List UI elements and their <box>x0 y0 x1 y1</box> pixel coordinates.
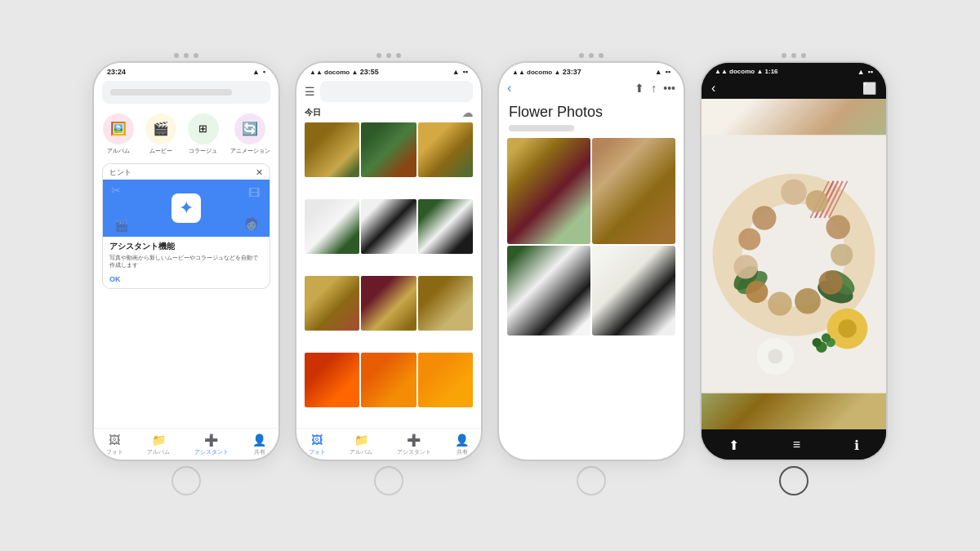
nav-album-2[interactable]: 📁 アルバム <box>350 433 372 456</box>
nav-photo-2[interactable]: 🖼 フォト <box>309 433 326 456</box>
phone-2-dots <box>295 53 483 58</box>
photo-cell-1[interactable] <box>305 122 359 177</box>
cast-icon[interactable]: ⬜ <box>862 82 876 95</box>
phone-1-home[interactable] <box>172 466 201 495</box>
phone-3-frame: ▲▲ docomo ▲ 23:37 ▲ ▪▪ ‹ ⬆ ↑ ••• Flower … <box>497 61 685 461</box>
phone-2-home[interactable] <box>374 466 403 495</box>
assistant-nav-label: アシスタント <box>194 448 229 456</box>
album-label: アルバム <box>107 147 130 155</box>
p3-photo-4[interactable] <box>592 246 675 335</box>
phone-2-bottom-nav: 🖼 フォト 📁 アルバム ➕ アシスタント 👤 共有 <box>296 428 481 460</box>
album-nav-label-2: アルバム <box>350 448 372 456</box>
photo-nav-icon-2: 🖼 <box>311 433 323 447</box>
phone-4-home[interactable] <box>779 466 808 495</box>
phone-4-clock: 1:16 <box>765 68 778 75</box>
phone-1-bottom-nav: 🖼 フォト 📁 アルバム ➕ アシスタント 👤 共有 <box>94 428 278 460</box>
movie-icon-item[interactable]: 🎬 ムービー <box>145 113 176 155</box>
photo-cell-11[interactable] <box>361 353 416 407</box>
back-button-4[interactable]: ‹ <box>711 81 715 96</box>
svg-point-19 <box>734 255 758 278</box>
phone-4-statusbar: ▲▲ docomo ▲ 1:16 ▲ ▪▪ <box>702 63 886 78</box>
hint-body: アシスタント機能 写真や動画から新しいムービーやコラージュなどを自動で作成します <box>103 237 270 272</box>
battery-icon-3: ▪▪ <box>666 68 670 76</box>
phone-2-search-box[interactable] <box>320 81 473 102</box>
svg-point-18 <box>746 280 768 302</box>
phone-1: 23:24 ▲ ▪ 🖼️ アルバム 🎬 ムービー <box>92 53 280 499</box>
sliders-icon[interactable]: ≡ <box>793 438 800 452</box>
phone-3-dots <box>497 53 685 58</box>
photo-cell-4[interactable] <box>305 199 359 254</box>
info-icon[interactable]: ℹ <box>854 438 859 453</box>
phone-3-home[interactable] <box>577 466 606 495</box>
photo-cell-8[interactable] <box>361 276 416 331</box>
battery-icon: ▪ <box>263 68 265 76</box>
cloud-icon[interactable]: ☁ <box>462 107 473 119</box>
phone-3-statusbar: ▲▲ docomo ▲ 23:37 ▲ ▪▪ <box>499 63 684 78</box>
photo-cell-7[interactable] <box>305 276 359 331</box>
nav-assistant-2[interactable]: ➕ アシスタント <box>397 433 431 456</box>
phones-container: 23:24 ▲ ▪ 🖼️ アルバム 🎬 ムービー <box>76 37 904 515</box>
share-nav-icon-2: 👤 <box>455 433 469 447</box>
p3-photo-1[interactable] <box>507 138 590 244</box>
nav-album[interactable]: 📁 アルバム <box>147 433 170 456</box>
hint-star-icon: ✦ <box>172 193 201 223</box>
collage-icon-item[interactable]: ⊞ コラージュ <box>188 113 219 155</box>
nav-photo[interactable]: 🖼 フォト <box>106 433 123 456</box>
photo-cell-9[interactable] <box>418 276 473 331</box>
photo-cell-3[interactable] <box>418 122 473 177</box>
phone-1-statusbar: 23:24 ▲ ▪ <box>94 63 278 78</box>
photo-cell-5[interactable] <box>361 199 416 254</box>
share-nav-label-2: 共有 <box>457 448 468 456</box>
share-bottom-icon[interactable]: ⬆ <box>728 438 739 453</box>
phone-3-nav-icons: ⬆ ↑ ••• <box>635 82 675 95</box>
phone-1-status-right: ▲ ▪ <box>252 68 265 76</box>
phone-2-clock: 23:55 <box>360 68 379 76</box>
p3-photo-2[interactable] <box>592 138 675 244</box>
svg-point-23 <box>838 319 857 338</box>
phone-3-album-grid <box>499 138 684 335</box>
phone-2-frame: ▲▲ docomo ▲ 23:55 ▲ ▪▪ ☰ 今日 ☁ <box>295 61 483 461</box>
hint-header: ヒント ✕ <box>103 164 270 180</box>
album-nav-icon: 📁 <box>152 433 166 447</box>
back-button-3[interactable]: ‹ <box>507 81 511 96</box>
photo-cell-6[interactable] <box>418 199 473 254</box>
phone-4: ▲▲ docomo ▲ 1:16 ▲ ▪▪ ‹ ⬜ <box>700 53 888 499</box>
svg-point-29 <box>822 333 831 342</box>
wifi-icon-2: ▲ <box>452 68 460 76</box>
p3-photo-3[interactable] <box>507 246 590 335</box>
phone-1-time: 23:24 <box>107 68 126 76</box>
phone-2-time: ▲▲ docomo ▲ 23:55 <box>310 68 379 76</box>
phone-4-frame: ▲▲ docomo ▲ 1:16 ▲ ▪▪ ‹ ⬜ <box>700 61 888 461</box>
hint-close-icon[interactable]: ✕ <box>256 167 263 178</box>
battery-icon-4: ▪▪ <box>868 68 873 76</box>
assistant-nav-icon-2: ➕ <box>407 433 421 447</box>
photo-nav-label-2: フォト <box>309 448 326 456</box>
album-icon-item[interactable]: 🖼️ アルバム <box>103 113 134 155</box>
phone-3-album-title: Flower Photos <box>499 99 684 122</box>
nav-share[interactable]: 👤 共有 <box>252 433 266 456</box>
svg-point-25 <box>768 349 782 363</box>
photo-cell-10[interactable] <box>305 353 359 407</box>
more-icon-3[interactable]: ••• <box>663 82 675 95</box>
nav-assistant[interactable]: ➕ アシスタント <box>194 433 229 456</box>
nav-share-2[interactable]: 👤 共有 <box>455 433 469 456</box>
wreath-svg <box>702 99 886 429</box>
upload-icon-3[interactable]: ⬆ <box>635 82 644 95</box>
phone-4-bottom-bar: ⬆ ≡ ℹ <box>702 429 886 460</box>
photo-cell-12[interactable] <box>418 353 473 407</box>
phone-1-search[interactable] <box>102 81 270 104</box>
hamburger-icon[interactable]: ☰ <box>305 85 315 98</box>
hint-ok-button[interactable]: OK <box>103 272 270 288</box>
svg-point-14 <box>831 243 853 265</box>
assistant-nav-label-2: アシスタント <box>397 448 431 456</box>
share-icon-3[interactable]: ↑ <box>651 82 657 95</box>
phone-3-time: ▲▲ docomo ▲ 23:37 <box>512 68 581 76</box>
photo-cell-2[interactable] <box>361 122 416 177</box>
photo-nav-icon: 🖼 <box>109 433 120 447</box>
hint-blue-banner: ✂ 🎞 🎬 ✦ 🧑 <box>103 180 270 237</box>
phone-2-statusbar: ▲▲ docomo ▲ 23:55 ▲ ▪▪ <box>296 63 481 78</box>
animation-icon-item[interactable]: 🔄 アニメーション <box>230 113 270 155</box>
phone-3-clock: 23:37 <box>563 68 581 76</box>
phone-4-photo-main[interactable] <box>702 99 886 429</box>
deco-photo: 🎞 <box>248 186 260 199</box>
